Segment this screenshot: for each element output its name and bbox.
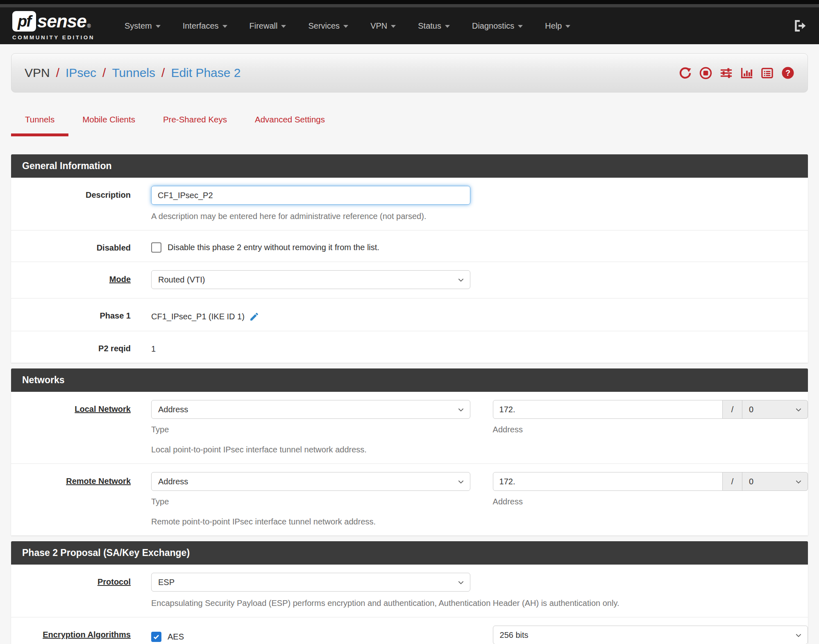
- registered-mark: ®: [87, 23, 91, 29]
- remote-network-type-select[interactable]: Address: [151, 472, 470, 491]
- window-top-strip-2: [0, 4, 819, 7]
- chevron-down-icon: [222, 25, 227, 28]
- pfsense-logo[interactable]: pf sense ® COMMUNITY EDITION: [12, 11, 95, 41]
- p2reqid-label: P2 reqid: [98, 344, 131, 353]
- disabled-checkbox-label[interactable]: Disable this phase 2 entry without remov…: [168, 243, 379, 252]
- refresh-icon[interactable]: [679, 67, 692, 79]
- remote-network-address-sublabel: Address: [493, 497, 808, 506]
- breadcrumb-ipsec[interactable]: IPsec: [66, 66, 96, 80]
- help-icon[interactable]: ?: [781, 66, 794, 79]
- protocol-help: Encapsulating Security Payload (ESP) per…: [151, 599, 808, 608]
- phase1-value: CF1_IPsec_P1 (IKE ID 1): [151, 312, 245, 321]
- mode-label: Mode: [109, 275, 131, 284]
- nav-item-interfaces[interactable]: Interfaces: [172, 21, 238, 31]
- chevron-down-icon: [391, 25, 396, 28]
- svg-text:?: ?: [785, 68, 790, 77]
- remote-network-address-input[interactable]: [493, 472, 723, 491]
- nav-item-status[interactable]: Status: [407, 21, 461, 31]
- section-header-proposal: Phase 2 Proposal (SA/Key Exchange): [11, 541, 808, 565]
- chevron-down-icon: [565, 25, 570, 28]
- chevron-down-icon: [457, 579, 465, 586]
- chevron-down-icon: [795, 632, 802, 639]
- chevron-down-icon: [457, 276, 465, 284]
- breadcrumb-separator: /: [102, 66, 106, 80]
- local-network-type-sublabel: Type: [151, 425, 470, 434]
- aes-checkbox-label[interactable]: AES: [168, 632, 184, 642]
- logo-sense-text: sense: [37, 11, 86, 32]
- nav-item-diagnostics[interactable]: Diagnostics: [461, 21, 534, 31]
- nav-item-help[interactable]: Help: [534, 21, 581, 31]
- local-network-type-select[interactable]: Address: [151, 400, 470, 419]
- breadcrumb-separator: /: [161, 66, 165, 80]
- list-icon[interactable]: [761, 67, 774, 79]
- tab-tunnels[interactable]: Tunnels: [11, 109, 68, 136]
- breadcrumb-separator: /: [56, 66, 59, 80]
- mode-row: Mode Routed (VTI): [11, 262, 808, 298]
- general-information-panel: General Information Description A descri…: [11, 154, 808, 363]
- disabled-row: Disabled Disable this phase 2 entry with…: [11, 230, 808, 262]
- disabled-checkbox[interactable]: [151, 242, 161, 253]
- nav-item-vpn[interactable]: VPN: [359, 21, 407, 31]
- protocol-row: Protocol ESP Encapsulating Security Payl…: [11, 565, 808, 617]
- remote-network-help: Remote point-to-point IPsec interface tu…: [151, 517, 808, 526]
- encryption-algorithms-label: Encryption Algorithms: [43, 630, 131, 639]
- protocol-label: Protocol: [98, 577, 131, 586]
- chevron-down-icon: [281, 25, 286, 28]
- nav-item-services[interactable]: Services: [297, 21, 359, 31]
- chevron-down-icon: [518, 25, 523, 28]
- sliders-icon[interactable]: [720, 67, 733, 79]
- page-action-icons: ?: [679, 66, 794, 79]
- logo-subtitle: COMMUNITY EDITION: [12, 34, 95, 41]
- remote-network-type-sublabel: Type: [151, 497, 470, 506]
- window-top-strip: [0, 0, 819, 4]
- tab-pre-shared-keys[interactable]: Pre-Shared Keys: [149, 109, 241, 136]
- phase1-label: Phase 1: [100, 311, 131, 320]
- chevron-down-icon: [795, 478, 802, 486]
- description-row: Description A description may be entered…: [11, 178, 808, 230]
- disabled-label: Disabled: [97, 243, 131, 252]
- breadcrumb-panel: VPN / IPsec / Tunnels / Edit Phase 2 ?: [11, 53, 808, 93]
- pf-logo-box: pf: [12, 11, 36, 32]
- aes-checkbox[interactable]: [151, 632, 161, 642]
- mask-separator: /: [723, 472, 742, 491]
- logout-icon[interactable]: [793, 19, 807, 33]
- local-network-address-input[interactable]: [493, 400, 723, 419]
- nav-menu: System Interfaces Firewall Services VPN …: [113, 21, 581, 31]
- chevron-down-icon: [445, 25, 450, 28]
- remote-network-mask-select[interactable]: 0: [742, 472, 808, 491]
- description-input[interactable]: [151, 186, 470, 205]
- remote-network-row: Remote Network Address Type /: [11, 463, 808, 536]
- local-network-row: Local Network Address Type /: [11, 392, 808, 463]
- chevron-down-icon: [795, 406, 802, 414]
- local-network-label: Local Network: [75, 404, 131, 414]
- local-network-address-sublabel: Address: [493, 425, 808, 434]
- nav-item-system[interactable]: System: [113, 21, 172, 31]
- chevron-down-icon: [343, 25, 348, 28]
- description-help: A description may be entered here for ad…: [151, 212, 808, 221]
- section-header-networks: Networks: [11, 368, 808, 392]
- chevron-down-icon: [156, 25, 161, 28]
- chevron-down-icon: [457, 478, 465, 486]
- edit-pencil-icon[interactable]: [249, 312, 259, 322]
- bar-chart-icon[interactable]: [740, 67, 753, 79]
- breadcrumb-edit-phase-2[interactable]: Edit Phase 2: [171, 66, 240, 80]
- remote-network-label: Remote Network: [66, 477, 131, 486]
- stop-circle-icon[interactable]: [699, 67, 712, 79]
- nav-item-firewall[interactable]: Firewall: [238, 21, 297, 31]
- tab-advanced-settings[interactable]: Advanced Settings: [241, 109, 339, 136]
- encryption-aes-row: Encryption Algorithms AES 256 bits: [11, 617, 808, 644]
- local-network-mask-select[interactable]: 0: [742, 400, 808, 419]
- tab-mobile-clients[interactable]: Mobile Clients: [68, 109, 149, 136]
- section-header-general: General Information: [11, 154, 808, 178]
- p2reqid-row: P2 reqid 1: [11, 331, 808, 363]
- mask-separator: /: [723, 400, 742, 419]
- chevron-down-icon: [457, 406, 465, 414]
- navbar: pf sense ® COMMUNITY EDITION System Inte…: [0, 7, 819, 44]
- ipsec-tabs: Tunnels Mobile Clients Pre-Shared Keys A…: [11, 109, 808, 136]
- networks-panel: Networks Local Network Address Type: [11, 368, 808, 536]
- protocol-select[interactable]: ESP: [151, 573, 470, 592]
- aes-bits-select[interactable]: 256 bits: [493, 626, 808, 644]
- mode-select[interactable]: Routed (VTI): [151, 270, 470, 289]
- breadcrumb-tunnels[interactable]: Tunnels: [112, 66, 155, 80]
- breadcrumb: VPN / IPsec / Tunnels / Edit Phase 2: [25, 66, 241, 80]
